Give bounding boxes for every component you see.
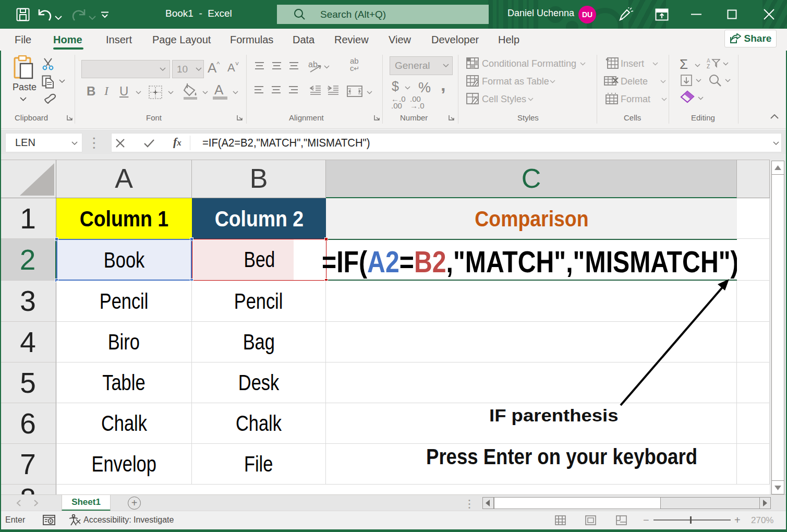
- svg-text:ab: ab: [308, 60, 318, 69]
- svg-text:Z: Z: [707, 64, 710, 69]
- svg-text:A: A: [707, 58, 710, 64]
